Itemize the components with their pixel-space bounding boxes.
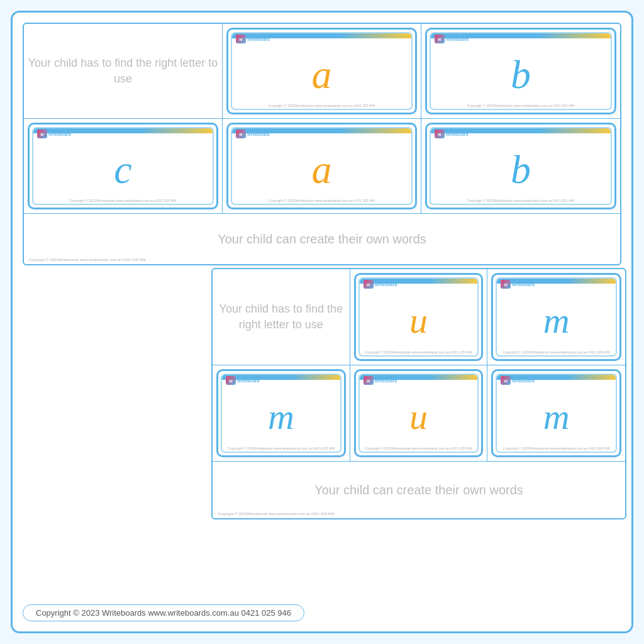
card-cell-2-a: writeboard a Copyright © 2023Writeboards… — [223, 119, 421, 213]
logo-text: writeboard — [375, 282, 397, 287]
card-inner-u2: writeboard u Copyright © 2023Writeboards… — [358, 374, 479, 453]
card-cell-u2: writeboard u Copyright © 2023Writeboards… — [350, 365, 488, 461]
worksheet2-row2: writeboard m Copyright © 2023Writeboards… — [213, 365, 625, 462]
instruction-cell-2: Your child has to find the right letter … — [213, 269, 350, 365]
card-inner-b1: writeboard b Copyright © 2023Writeboards… — [430, 32, 612, 110]
logo-text: writeboard — [247, 132, 270, 136]
logo-text: writeboard — [512, 379, 535, 383]
logo-icon — [501, 280, 511, 289]
card-logo: writeboard — [236, 130, 270, 138]
letter-card-c: writeboard c Copyright © 2023Writeboards… — [28, 123, 218, 209]
logo-text: writeboard — [512, 282, 535, 287]
worksheet2-row1: Your child has to find the right letter … — [213, 269, 625, 365]
card-footer: Copyright © 2023Writeboards www.writeboa… — [503, 447, 610, 450]
footer-copyright: Copyright © 2023 Writeboards www.writebo… — [23, 604, 304, 621]
logo-icon — [37, 130, 47, 138]
worksheet-2: Your child has to find the right letter … — [211, 268, 626, 519]
card-inner-m1: writeboard m Copyright © 2023Writeboards… — [496, 277, 617, 357]
card-cell-u1: writeboard u Copyright © 2023Writeboards… — [350, 269, 488, 365]
logo-text: writeboard — [375, 379, 397, 383]
card-inner-b2: writeboard b Copyright © 2023Writeboards… — [430, 127, 612, 205]
card-logo: writeboard — [435, 130, 469, 138]
letter-card-u2: writeboard u Copyright © 2023Writeboards… — [354, 369, 484, 457]
card-letter: m — [543, 399, 570, 435]
card-footer: Copyright © 2023Writeboards www.writeboa… — [268, 199, 375, 203]
card-letter: u — [409, 399, 428, 435]
create-text-2: Your child can create their own words — [314, 483, 523, 497]
letter-card-m2: writeboard m Copyright © 2023Writeboards… — [216, 369, 346, 457]
card-cell-2-b2: writeboard b Copyright © 2023Writeboards… — [421, 119, 620, 213]
logo-icon — [501, 376, 511, 385]
ws1-bottom-copyright: Copyright © 2023Writeboards www.writeboa… — [29, 258, 146, 262]
card-cell-1-a: writeboard a Copyright © 2023Writeboards… — [223, 24, 421, 118]
card-logo: writeboard — [226, 376, 260, 385]
card-footer: Copyright © 2023Writeboards www.writeboa… — [365, 350, 472, 354]
instruction-text-1: Your child has to find the right letter … — [28, 55, 218, 87]
card-logo: writeboard — [501, 280, 535, 289]
logo-text: writeboard — [446, 37, 469, 42]
logo-text: writeboard — [48, 132, 71, 136]
worksheet2-row3: Your child can create their own words Co… — [213, 462, 625, 518]
letter-card-m1: writeboard m Copyright © 2023Writeboards… — [491, 273, 621, 361]
ws2-bottom-copyright: Copyright © 2023Writeboards www.writeboa… — [218, 512, 335, 516]
card-inner-a1: writeboard a Copyright © 2023Writeboards… — [231, 32, 413, 110]
card-letter: c — [114, 150, 131, 190]
card-cell-m2: writeboard m Copyright © 2023Writeboards… — [213, 365, 350, 461]
letter-card-m3: writeboard m Copyright © 2023Writeboards… — [491, 369, 621, 457]
logo-icon — [435, 130, 445, 138]
card-footer: Copyright © 2023Writeboards www.writeboa… — [365, 447, 472, 450]
letter-card-b2: writeboard b Copyright © 2023Writeboards… — [425, 123, 616, 209]
footer-text: Copyright © 2023 Writeboards www.writebo… — [36, 608, 291, 618]
logo-text: writeboard — [446, 132, 469, 136]
card-footer: Copyright © 2023Writeboards www.writeboa… — [228, 447, 335, 450]
letter-card-a2: writeboard a Copyright © 2023Writeboards… — [226, 123, 417, 209]
page-container: Your child has to find the right letter … — [11, 11, 633, 633]
instruction-cell-1: Your child has to find the right letter … — [24, 24, 223, 118]
card-cell-1-b: writeboard b Copyright © 2023Writeboards… — [421, 24, 620, 118]
letter-card-u1: writeboard u Copyright © 2023Writeboards… — [354, 273, 484, 361]
card-inner-a2: writeboard a Copyright © 2023Writeboards… — [231, 127, 413, 205]
logo-icon — [236, 130, 246, 138]
logo-icon — [364, 376, 374, 385]
logo-icon — [435, 35, 445, 43]
card-logo: writeboard — [501, 376, 535, 385]
card-cell-m3: writeboard m Copyright © 2023Writeboards… — [487, 365, 625, 461]
card-logo: writeboard — [37, 130, 71, 138]
card-letter: a — [312, 150, 332, 190]
create-cell-1: Your child can create their own words Co… — [24, 214, 620, 264]
worksheet1-row2: writeboard c Copyright © 2023Writeboards… — [24, 119, 620, 214]
logo-icon — [364, 280, 374, 289]
card-letter: a — [312, 55, 332, 95]
card-cell-2-c: writeboard c Copyright © 2023Writeboards… — [24, 119, 223, 213]
worksheet1-row3: Your child can create their own words Co… — [24, 214, 620, 264]
card-letter: m — [543, 303, 570, 339]
instruction-text-2: Your child has to find the right letter … — [216, 301, 346, 333]
create-cell-2: Your child can create their own words Co… — [213, 462, 625, 518]
card-logo: writeboard — [236, 35, 270, 43]
card-inner-m2: writeboard m Copyright © 2023Writeboards… — [221, 374, 341, 453]
card-footer: Copyright © 2023Writeboards www.writeboa… — [268, 104, 375, 108]
create-text-1: Your child can create their own words — [218, 232, 426, 247]
card-footer: Copyright © 2023Writeboards www.writeboa… — [467, 104, 574, 108]
card-logo: writeboard — [435, 35, 469, 43]
logo-icon — [236, 35, 246, 43]
card-footer: Copyright © 2023Writeboards www.writeboa… — [467, 199, 574, 203]
logo-text: writeboard — [247, 37, 270, 42]
card-letter: u — [409, 303, 428, 339]
letter-card-a1: writeboard a Copyright © 2023Writeboards… — [226, 28, 417, 114]
card-footer: Copyright © 2023Writeboards www.writeboa… — [69, 199, 176, 203]
card-cell-m1: writeboard m Copyright © 2023Writeboards… — [487, 269, 625, 365]
footer-area: Copyright © 2023 Writeboards www.writebo… — [23, 604, 621, 621]
card-logo: writeboard — [364, 376, 397, 385]
card-inner-u1: writeboard u Copyright © 2023Writeboards… — [358, 277, 479, 357]
logo-text: writeboard — [237, 379, 260, 383]
card-letter: b — [511, 55, 531, 95]
worksheet1-row1: Your child has to find the right letter … — [24, 24, 620, 119]
card-logo: writeboard — [364, 280, 397, 289]
card-letter: b — [511, 150, 531, 190]
letter-card-b1: writeboard b Copyright © 2023Writeboards… — [425, 28, 616, 114]
card-footer: Copyright © 2023Writeboards www.writeboa… — [503, 350, 610, 354]
card-inner-c: writeboard c Copyright © 2023Writeboards… — [32, 127, 214, 205]
worksheet-1: Your child has to find the right letter … — [23, 23, 621, 265]
logo-icon — [226, 376, 236, 385]
